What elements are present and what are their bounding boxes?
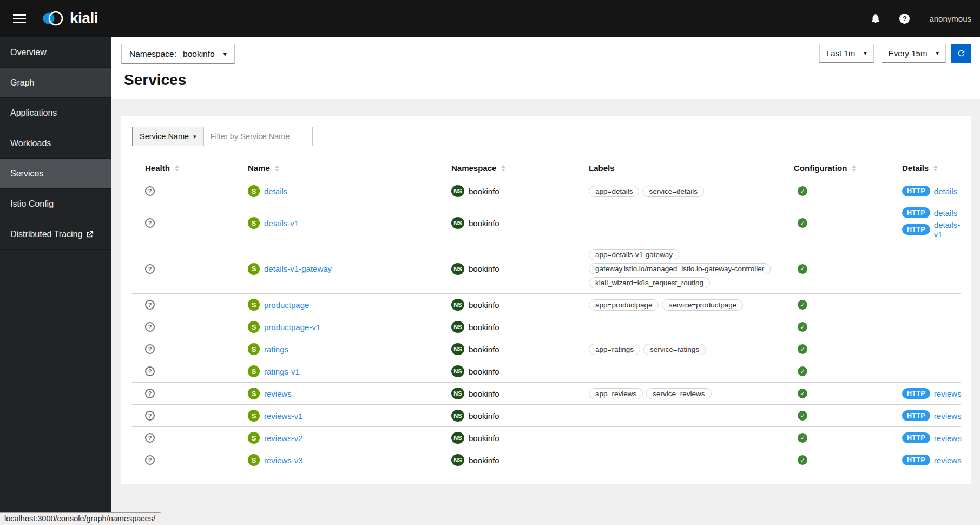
sidebar-item-applications[interactable]: Applications xyxy=(0,98,111,128)
name-cell: Sproductpage-v1 xyxy=(235,316,438,338)
sort-icon[interactable] xyxy=(852,165,856,172)
health-unknown-icon xyxy=(145,218,155,228)
sidebar-item-workloads[interactable]: Workloads xyxy=(0,128,111,159)
filter-type-dropdown[interactable]: Service Name xyxy=(132,127,204,146)
table-row: SratingsNSbookinfoapp=ratingsservice=rat… xyxy=(132,338,961,360)
masthead-toolbar: anonymous xyxy=(868,11,971,26)
config-valid-icon xyxy=(798,389,807,398)
configuration-cell xyxy=(781,427,889,449)
sort-icon[interactable] xyxy=(175,165,179,172)
service-link[interactable]: details xyxy=(264,187,287,196)
label-chip: app=ratings xyxy=(589,344,640,355)
namespace-cell: NSbookinfo xyxy=(438,316,576,338)
sidebar-item-distributed-tracing[interactable]: Distributed Tracing xyxy=(0,219,111,250)
sidebar-item-istio-config[interactable]: Istio Config xyxy=(0,189,111,219)
service-icon: S xyxy=(248,321,260,333)
table-row: Sratings-v1NSbookinfo xyxy=(132,360,961,383)
sidebar-item-services[interactable]: Services xyxy=(0,159,111,189)
namespace-label: bookinfo xyxy=(469,219,499,228)
service-link[interactable]: reviews-v2 xyxy=(264,434,303,443)
health-cell xyxy=(132,338,235,360)
chevron-down-icon xyxy=(936,50,939,56)
sidebar-item-overview[interactable]: Overview xyxy=(0,37,111,68)
sort-icon[interactable] xyxy=(501,165,505,172)
label-chip: service=reviews xyxy=(646,388,711,399)
column-header-label: Namespace xyxy=(451,163,496,173)
service-icon: S xyxy=(248,263,260,275)
table-row: SproductpageNSbookinfoapp=productpageser… xyxy=(132,294,961,316)
column-header-configuration[interactable]: Configuration xyxy=(781,158,889,180)
sort-icon[interactable] xyxy=(275,165,279,172)
service-icon: S xyxy=(248,454,260,466)
service-link[interactable]: ratings xyxy=(264,345,288,354)
hamburger-icon xyxy=(13,14,26,23)
duration-select[interactable]: Last 1m xyxy=(819,44,874,63)
table-row: SreviewsNSbookinfoapp=reviewsservice=rev… xyxy=(132,383,961,405)
configuration-cell xyxy=(781,294,889,316)
namespace-select[interactable]: Namespace: bookinfo xyxy=(121,44,235,64)
service-link[interactable]: reviews-v3 xyxy=(264,456,303,465)
column-header-name[interactable]: Name xyxy=(235,158,438,180)
service-link[interactable]: details-v1 xyxy=(264,219,299,228)
chevron-down-icon xyxy=(223,51,227,57)
service-link[interactable]: reviews-v1 xyxy=(264,411,303,421)
service-icon: S xyxy=(248,217,260,229)
detail-link[interactable]: reviews xyxy=(934,389,962,398)
nav-toggle-button[interactable] xyxy=(8,9,31,29)
label-chip: app=details-v1-gateway xyxy=(589,249,679,260)
sidebar-item-label: Graph xyxy=(10,78,34,88)
name-cell: Sreviews-v3 xyxy=(235,449,438,471)
namespace-cell: NSbookinfo xyxy=(438,383,576,405)
namespace-cell: NSbookinfo xyxy=(438,338,576,360)
health-unknown-icon xyxy=(145,389,155,398)
service-link[interactable]: reviews xyxy=(264,389,292,398)
detail-link[interactable]: details xyxy=(934,208,957,218)
configuration-cell xyxy=(781,449,889,471)
filter-input[interactable] xyxy=(203,127,313,146)
sidebar-item-label: Workloads xyxy=(10,139,51,148)
sort-icon[interactable] xyxy=(933,165,938,172)
detail-link[interactable]: reviews xyxy=(934,411,962,421)
sidebar-item-label: Istio Config xyxy=(10,199,54,209)
configuration-cell xyxy=(781,316,889,338)
service-link[interactable]: details-v1-gateway xyxy=(264,264,332,273)
column-header-health[interactable]: Health xyxy=(132,158,235,180)
details-cell: HTTPreviews xyxy=(889,449,961,471)
labels-cell xyxy=(576,316,781,338)
service-link[interactable]: productpage-v1 xyxy=(264,323,320,332)
detail-link[interactable]: reviews xyxy=(934,456,962,465)
detail-line: HTTPreviews xyxy=(902,388,956,399)
health-unknown-icon xyxy=(145,300,155,310)
column-header-namespace[interactable]: Namespace xyxy=(438,158,576,180)
name-cell: Sratings xyxy=(235,338,438,360)
help-button[interactable] xyxy=(897,11,912,26)
sidebar-item-graph[interactable]: Graph xyxy=(0,68,111,98)
service-icon: S xyxy=(248,185,260,197)
sidebar-nav: OverviewGraphApplicationsWorkloadsServic… xyxy=(0,37,111,525)
details-cell: HTTPreviews xyxy=(889,383,961,405)
namespace-label: bookinfo xyxy=(469,389,499,398)
detail-link[interactable]: details xyxy=(934,187,957,196)
refresh-interval-value: Every 15m xyxy=(889,49,928,58)
namespace-cell: NSbookinfo xyxy=(438,202,576,244)
refresh-button[interactable] xyxy=(951,44,971,63)
detail-link[interactable]: details-v1 xyxy=(934,220,960,239)
refresh-interval-select[interactable]: Every 15m xyxy=(882,44,946,63)
namespace-label: bookinfo xyxy=(469,264,499,273)
service-link[interactable]: productpage xyxy=(264,300,309,310)
column-header-details[interactable]: Details xyxy=(889,158,961,180)
health-cell xyxy=(132,360,235,383)
service-link[interactable]: ratings-v1 xyxy=(264,367,300,376)
detail-link[interactable]: reviews xyxy=(934,434,962,443)
config-valid-icon xyxy=(798,186,807,196)
health-cell xyxy=(132,180,235,202)
namespace-cell: NSbookinfo xyxy=(438,427,576,449)
namespace-label: bookinfo xyxy=(469,456,499,465)
table-row: Sdetails-v1NSbookinfoHTTPdetailsHTTPdeta… xyxy=(132,202,961,244)
details-cell xyxy=(889,360,961,383)
brand-name: kiali xyxy=(70,10,98,27)
notifications-button[interactable] xyxy=(868,11,883,26)
sidebar-item-label: Applications xyxy=(10,108,57,118)
label-chip: app=details xyxy=(589,186,639,197)
services-table: HealthNameNamespaceLabelsConfigurationDe… xyxy=(132,158,961,471)
